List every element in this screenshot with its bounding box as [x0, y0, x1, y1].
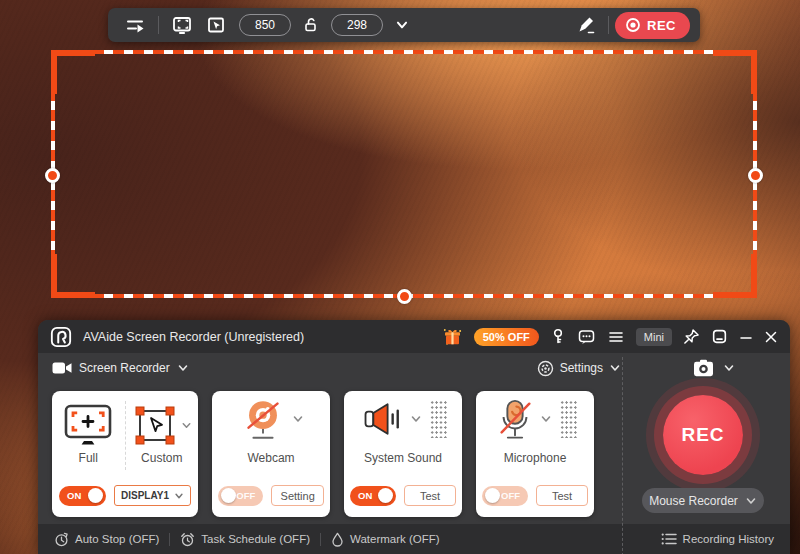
recorder-mode-label: Screen Recorder: [79, 361, 170, 375]
mini-mode-button[interactable]: Mini: [636, 328, 672, 346]
region-select-button[interactable]: [199, 12, 233, 38]
rec-button[interactable]: REC: [663, 395, 743, 475]
gear-icon: [537, 360, 554, 377]
toggle-knob: [485, 488, 500, 503]
history-list-icon: [661, 532, 677, 546]
volume-level-grid[interactable]: [430, 400, 447, 438]
system-sound-toggle[interactable]: ON: [350, 486, 396, 506]
menu-icon[interactable]: [607, 328, 625, 346]
selection-edge-top[interactable]: [53, 50, 755, 54]
system-sound-label: System Sound: [344, 451, 462, 465]
mouse-recorder-dropdown[interactable]: Mouse Recorder: [642, 488, 764, 513]
chevron-down-icon[interactable]: [292, 413, 304, 425]
timer-icon: [54, 532, 69, 547]
recorder-mode-dropdown[interactable]: Screen Recorder: [52, 360, 189, 376]
panel-divider: [622, 357, 623, 554]
chevron-down-icon: [395, 18, 409, 32]
toggle-knob: [221, 488, 236, 503]
menu-row: Screen Recorder Settings: [38, 353, 790, 383]
discount-badge[interactable]: 50% OFF: [474, 328, 539, 346]
minimize-icon[interactable]: [739, 330, 753, 344]
display-select-button[interactable]: [165, 12, 199, 38]
annotate-button[interactable]: [570, 12, 602, 38]
volume-level-grid[interactable]: [560, 400, 577, 438]
webcam-icon[interactable]: [238, 396, 288, 442]
aspect-lock-button[interactable]: [297, 12, 325, 38]
auto-stop-button[interactable]: Auto Stop (OFF): [54, 532, 159, 547]
watermark-button[interactable]: Watermark (OFF): [331, 532, 440, 547]
recording-history-button[interactable]: Recording History: [661, 532, 774, 546]
app-window: AVAide Screen Recorder (Unregistered) 50…: [38, 320, 790, 554]
screen: REC AVAide Screen Recorder (Unregistered…: [0, 0, 800, 554]
toolbar-divider: [158, 16, 159, 34]
toolbar-rec-label: REC: [647, 18, 676, 33]
width-input[interactable]: [239, 14, 291, 36]
custom-region-option[interactable]: Custom: [126, 391, 199, 476]
display-toggle[interactable]: ON: [59, 486, 106, 506]
toggle-state-label: OFF: [501, 490, 520, 501]
alarm-clock-icon: [180, 532, 195, 547]
window-title: AVAide Screen Recorder (Unregistered): [83, 330, 304, 344]
chevron-down-icon: [609, 362, 621, 374]
toggle-state-label: ON: [67, 490, 81, 501]
toolbar-rec-button[interactable]: REC: [615, 12, 690, 39]
pencil-icon: [576, 15, 596, 35]
task-schedule-button[interactable]: Task Schedule (OFF): [180, 532, 310, 547]
pin-icon[interactable]: [683, 328, 700, 345]
selection-handle-right[interactable]: [748, 168, 763, 183]
register-key-icon[interactable]: [550, 328, 566, 345]
status-bar: Auto Stop (OFF) Task Schedule (OFF) Wate…: [38, 524, 790, 554]
mini-window-icon[interactable]: [711, 328, 728, 345]
height-input[interactable]: [331, 14, 383, 36]
full-screen-icon: [61, 403, 115, 447]
toggle-knob: [88, 488, 103, 503]
chevron-down-icon: [174, 491, 184, 501]
microphone-icon[interactable]: [494, 396, 536, 442]
droplet-icon: [331, 532, 344, 547]
custom-label: Custom: [141, 451, 182, 465]
chevron-down-icon: [177, 362, 189, 374]
selection-corner-bottomright[interactable]: [713, 254, 757, 298]
auto-stop-label: Auto Stop (OFF): [75, 533, 159, 545]
speaker-icon[interactable]: [360, 398, 406, 440]
full-label: Full: [79, 451, 98, 465]
snapshot-dropdown[interactable]: [693, 359, 735, 377]
display-select[interactable]: DISPLAY1: [114, 485, 191, 506]
avaide-logo-icon: [50, 326, 72, 348]
feedback-icon[interactable]: [577, 328, 596, 346]
dimension-presets-button[interactable]: [389, 12, 415, 38]
chevron-down-icon[interactable]: [410, 413, 422, 425]
selection-corner-topleft[interactable]: [51, 50, 95, 94]
settings-dropdown[interactable]: Settings: [537, 360, 621, 377]
webcam-setting-button[interactable]: Setting: [271, 485, 324, 506]
toolbar-divider: [608, 16, 609, 34]
settings-label: Settings: [560, 361, 603, 375]
record-dot-icon: [625, 17, 641, 33]
selection-corner-topright[interactable]: [713, 50, 757, 94]
camera-icon: [693, 359, 714, 377]
chevron-down-icon[interactable]: [540, 413, 552, 425]
selection-corner-bottomleft[interactable]: [51, 254, 95, 298]
status-divider: [320, 533, 321, 546]
recorder-panel: Full: [38, 383, 790, 524]
collapse-toolbar-button[interactable]: [118, 12, 152, 38]
selection-handle-left[interactable]: [45, 168, 60, 183]
capture-toolbar: REC: [108, 8, 700, 42]
webcam-toggle[interactable]: OFF: [218, 486, 263, 506]
microphone-test-button[interactable]: Test: [536, 485, 588, 506]
microphone-card: Microphone OFF Test: [476, 391, 594, 517]
system-sound-test-button[interactable]: Test: [404, 485, 456, 506]
microphone-toggle[interactable]: OFF: [482, 486, 528, 506]
chevron-down-icon: [723, 362, 735, 374]
close-icon[interactable]: [764, 330, 778, 344]
webcam-label: Webcam: [212, 451, 330, 465]
toggle-state-label: ON: [358, 490, 372, 501]
selection-handle-bottom[interactable]: [397, 289, 412, 304]
chevron-down-icon: [745, 495, 757, 507]
rec-button-label: REC: [681, 424, 724, 446]
recording-history-label: Recording History: [683, 533, 774, 545]
full-screen-option[interactable]: Full: [52, 391, 125, 476]
gift-icon[interactable]: [442, 327, 463, 347]
system-sound-card: System Sound ON Test: [344, 391, 462, 517]
display-select-value: DISPLAY1: [121, 490, 169, 501]
